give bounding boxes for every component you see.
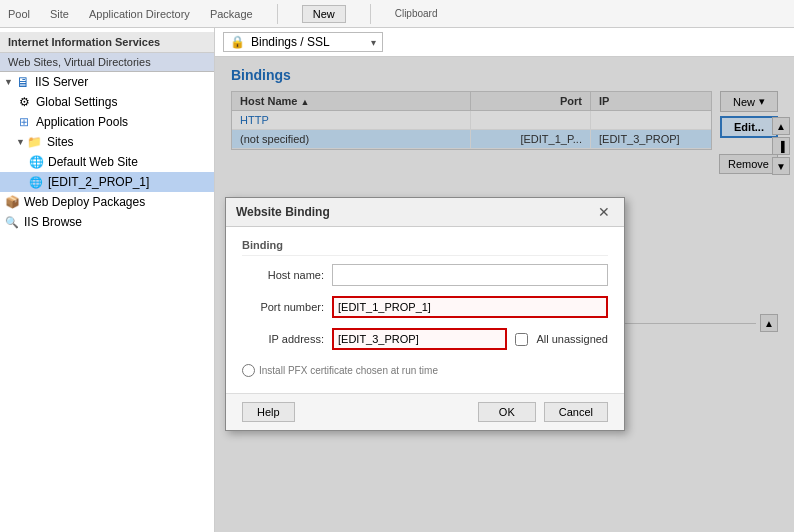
all-unassigned-checkbox[interactable] [515, 333, 528, 346]
dialog-label-hostname: Host name: [242, 269, 332, 281]
chevron-down-icon-breadcrumb: ▾ [371, 37, 376, 48]
sidebar-item-label-global-settings: Global Settings [36, 95, 117, 109]
server-icon: 🖥 [15, 74, 31, 90]
sidebar-item-iis-server[interactable]: ▼ 🖥 IIS Server [0, 72, 214, 92]
sidebar-item-label-sites: Sites [47, 135, 74, 149]
dialog-close-button[interactable]: ✕ [594, 204, 614, 220]
all-unassigned-label: All unassigned [536, 333, 608, 345]
breadcrumb-label: Bindings / SSL [251, 35, 330, 49]
help-button[interactable]: Help [242, 402, 295, 422]
dialog-footer-right: OK Cancel [478, 402, 608, 422]
toolbar-clipboard-label: Clipboard [395, 8, 438, 19]
pool-icon: ⊞ [16, 114, 32, 130]
folder-icon: 📁 [27, 134, 43, 150]
toolbar-separator [277, 4, 278, 24]
dialog-field-port: Port number: [242, 296, 608, 318]
website-binding-dialog: Website Binding ✕ Binding Host name: Por… [225, 197, 625, 431]
lock-icon: 🔒 [230, 35, 245, 49]
dialog-label-ip: IP address: [242, 333, 332, 345]
sidebar-section-title: Internet Information Services [0, 32, 214, 53]
sidebar-item-default-web-site[interactable]: 🌐 Default Web Site [0, 152, 214, 172]
content-area: Bindings Host Name ▲ Port IP HTTP [215, 57, 794, 532]
dialog-footer-left: Help [242, 402, 478, 422]
cancel-button[interactable]: Cancel [544, 402, 608, 422]
site-icon: 🌐 [28, 174, 44, 190]
globe-icon: 🌐 [28, 154, 44, 170]
breadcrumb-dropdown[interactable]: 🔒 Bindings / SSL ▾ [223, 32, 383, 52]
chevron-down-icon-sites: ▼ [16, 137, 25, 147]
sidebar-item-edit2prop1[interactable]: 🌐 [EDIT_2_PROP_1] [0, 172, 214, 192]
dialog-section-binding: Binding [242, 239, 608, 256]
sidebar-item-label-edit2prop1: [EDIT_2_PROP_1] [48, 175, 149, 189]
sidebar-item-application-pools[interactable]: ⊞ Application Pools [0, 112, 214, 132]
sidebar-item-global-settings[interactable]: ⚙ Global Settings [0, 92, 214, 112]
iis-icon: 🔍 [4, 214, 20, 230]
deploy-icon: 📦 [4, 194, 20, 210]
toolbar-new-button[interactable]: New [302, 5, 346, 23]
sidebar: Internet Information Services Web Sites,… [0, 28, 215, 532]
sidebar-item-sites[interactable]: ▼ 📁 Sites [0, 132, 214, 152]
sidebar-item-label-web-deploy: Web Deploy Packages [24, 195, 145, 209]
toolbar: Pool Site Application Directory Package … [0, 0, 794, 28]
sidebar-item-label-application-pools: Application Pools [36, 115, 128, 129]
ip-address-input[interactable] [332, 328, 507, 350]
pfx-radio[interactable] [242, 364, 255, 377]
dialog-body: Binding Host name: Port number: [226, 227, 624, 393]
dialog-title-text: Website Binding [236, 205, 330, 219]
sidebar-item-label-default-web-site: Default Web Site [48, 155, 138, 169]
gear-icon: ⚙ [16, 94, 32, 110]
sidebar-item-web-deploy[interactable]: 📦 Web Deploy Packages [0, 192, 214, 212]
dialog-overlay: Website Binding ✕ Binding Host name: Por… [215, 57, 794, 532]
ok-button[interactable]: OK [478, 402, 536, 422]
breadcrumb-bar: 🔒 Bindings / SSL ▾ [215, 28, 794, 57]
sidebar-item-label-iis-browse: IIS Browse [24, 215, 82, 229]
host-name-input[interactable] [332, 264, 608, 286]
port-number-input[interactable] [332, 296, 608, 318]
chevron-down-icon: ▼ [4, 77, 13, 87]
toolbar-clipboard-group: Clipboard [395, 8, 438, 19]
ip-input-row: All unassigned [332, 328, 608, 350]
sidebar-item-iis-browse[interactable]: 🔍 IIS Browse [0, 212, 214, 232]
dialog-title-bar: Website Binding ✕ [226, 198, 624, 227]
sidebar-item-label-iis-server: IIS Server [35, 75, 88, 89]
toolbar-new-group: New [302, 5, 346, 23]
main-layout: Internet Information Services Web Sites,… [0, 28, 794, 532]
sidebar-section-sub: Web Sites, Virtual Directories [0, 53, 214, 72]
dialog-field-hostname: Host name: [242, 264, 608, 286]
dialog-footer: Help OK Cancel [226, 393, 624, 430]
dialog-label-port: Port number: [242, 301, 332, 313]
toolbar-separator2 [370, 4, 371, 24]
pfx-text: Install PFX certificate chosen at run ti… [242, 360, 608, 381]
dialog-field-ip: IP address: All unassigned [242, 328, 608, 350]
